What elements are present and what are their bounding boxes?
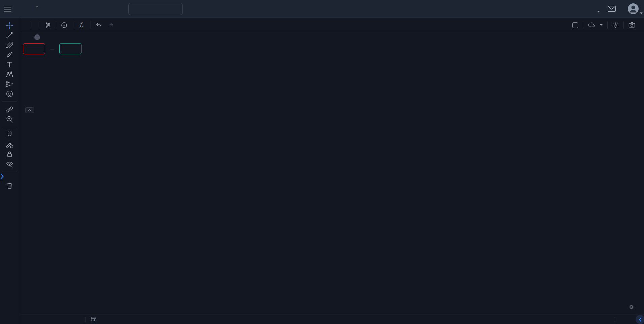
tool-fib-lines[interactable] bbox=[3, 40, 16, 50]
toolbar-divider bbox=[2, 172, 17, 172]
sell-button[interactable] bbox=[23, 43, 45, 54]
ema-200-row bbox=[25, 67, 28, 75]
tool-brush[interactable] bbox=[3, 50, 16, 60]
redo-icon[interactable] bbox=[106, 20, 118, 30]
header: ™ bbox=[0, 0, 644, 18]
price-chart-canvas[interactable] bbox=[19, 32, 644, 315]
spread-pill bbox=[50, 49, 54, 50]
hide-chart-icon[interactable]: – bbox=[34, 34, 40, 40]
undo-icon[interactable] bbox=[91, 20, 106, 30]
camera-icon[interactable] bbox=[624, 20, 640, 30]
buy-button[interactable] bbox=[59, 43, 81, 54]
collapse-panel-icon[interactable] bbox=[636, 315, 644, 324]
calendar-icon[interactable] bbox=[91, 316, 97, 323]
tool-xabcd-pattern[interactable] bbox=[3, 69, 16, 79]
candles-icon[interactable] bbox=[40, 20, 56, 30]
time-axis-gear-icon[interactable]: ⚙ bbox=[629, 304, 634, 310]
bottom-bar bbox=[19, 315, 644, 324]
compare-button[interactable] bbox=[56, 20, 75, 30]
gear-icon[interactable] bbox=[608, 20, 623, 30]
quote-panel bbox=[23, 43, 81, 54]
collapse-legend-button[interactable] bbox=[25, 107, 34, 113]
mail-icon[interactable] bbox=[607, 5, 616, 14]
toolbar-divider bbox=[2, 127, 17, 127]
new-order-button[interactable] bbox=[128, 3, 183, 15]
menu-icon[interactable] bbox=[4, 5, 11, 12]
tool-draw-lock[interactable] bbox=[3, 140, 16, 149]
layout-icon[interactable] bbox=[568, 20, 583, 30]
interval-button[interactable] bbox=[30, 20, 40, 30]
tool-remove-drawings[interactable] bbox=[3, 181, 16, 190]
indicators-button[interactable]: ƒx bbox=[75, 20, 91, 30]
save-caret-icon bbox=[600, 24, 603, 26]
tool-trend-line[interactable] bbox=[3, 30, 16, 40]
ema-200-row bbox=[25, 75, 28, 83]
chart-legend: – bbox=[25, 34, 58, 40]
app-logo: ™ bbox=[36, 4, 39, 14]
tool-emoji[interactable] bbox=[3, 89, 16, 99]
tool-magnet[interactable] bbox=[3, 130, 16, 140]
tool-crosshair[interactable] bbox=[3, 21, 16, 30]
tool-forecast[interactable] bbox=[3, 79, 16, 89]
chart-toolbar: ƒx bbox=[19, 18, 644, 32]
ema-200-row bbox=[25, 91, 28, 99]
indicator-legend bbox=[25, 59, 28, 107]
tool-ruler[interactable] bbox=[3, 105, 16, 114]
tool-zoom-in[interactable] bbox=[3, 114, 16, 124]
avatar-caret-icon[interactable] bbox=[640, 12, 643, 14]
activtrader-app: ™ bbox=[0, 0, 644, 324]
account-caret-icon[interactable] bbox=[597, 11, 600, 12]
drawing-toolbar bbox=[0, 18, 19, 324]
tool-lock-all[interactable] bbox=[3, 149, 16, 159]
ema-50-row bbox=[25, 99, 28, 107]
tool-hide-all[interactable] bbox=[3, 159, 16, 169]
ema-100-row bbox=[25, 83, 28, 91]
save-button[interactable] bbox=[583, 20, 607, 30]
ema-9-row bbox=[25, 59, 28, 67]
fx-icon: ƒx bbox=[80, 22, 83, 28]
tool-text[interactable] bbox=[3, 60, 16, 69]
expand-panel-left-icon[interactable] bbox=[0, 172, 4, 181]
symbol-button[interactable] bbox=[19, 20, 30, 30]
toolbar-divider bbox=[2, 101, 17, 102]
avatar[interactable] bbox=[628, 3, 639, 16]
